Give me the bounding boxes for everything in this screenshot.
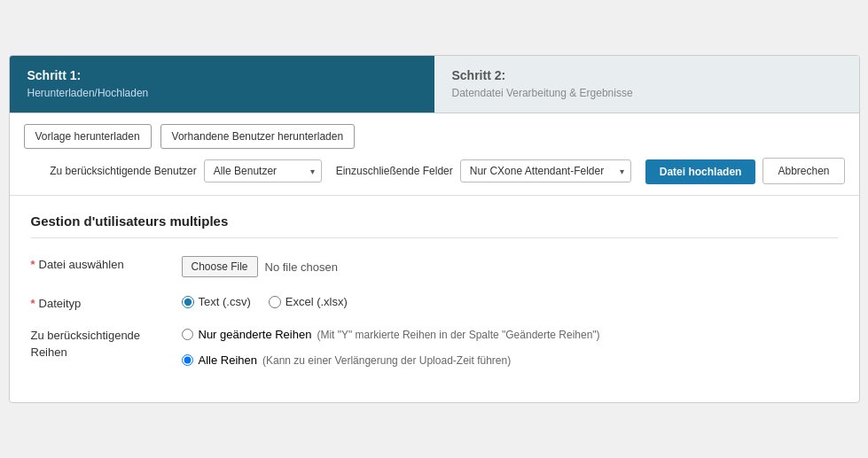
upload-button[interactable]: Datei hochladen <box>645 159 756 184</box>
users-field-group: Zu berücksichtigende Benutzer Alle Benut… <box>50 159 321 182</box>
type-control: Text (.csv) Excel (.xlsx) <box>182 295 838 308</box>
users-select[interactable]: Alle Benutzer Aktive Benutzer Inaktive B… <box>204 159 322 182</box>
step-1: Schritt 1: Herunterladen/Hochladen <box>10 56 434 113</box>
type-label-text: Dateityp <box>39 297 82 310</box>
choose-file-button[interactable]: Choose File <box>182 256 258 277</box>
step-1-title: Schritt 1: <box>27 68 417 82</box>
radio-all-rows[interactable]: Alle Reihen (Kann zu einer Verlängerung … <box>182 353 838 367</box>
users-select-wrapper: Alle Benutzer Aktive Benutzer Inaktive B… <box>204 159 322 182</box>
step-2: Schritt 2: Datendatei Verarbeitung & Erg… <box>434 56 859 113</box>
fields-field-group: Einzuschließende Felder Nur CXone Attend… <box>336 159 631 182</box>
action-buttons: Datei hochladen Abbrechen <box>645 158 845 184</box>
section-title: Gestion d'utilisateurs multiples <box>31 213 838 238</box>
radio-all-label: Alle Reihen <box>199 353 258 367</box>
step-1-subtitle: Herunterladen/Hochladen <box>27 86 417 101</box>
fields-select[interactable]: Nur CXone Attendant-Felder Alle Felder <box>460 159 631 182</box>
radio-all-input[interactable] <box>182 354 193 366</box>
main-container: Schritt 1: Herunterladen/Hochladen Schri… <box>9 55 860 404</box>
file-label-text: Datei auswählen <box>39 258 124 271</box>
file-required-star: * <box>31 258 35 271</box>
rows-label: Zu berücksichtigende Reihen <box>31 328 164 360</box>
no-file-text: No file chosen <box>265 260 338 274</box>
fields-field-label: Einzuschließende Felder <box>336 165 453 177</box>
radio-xlsx[interactable]: Excel (.xlsx) <box>269 295 348 308</box>
type-label: * Dateityp <box>31 295 164 310</box>
toolbar-right: Zu berücksichtigende Benutzer Alle Benut… <box>50 158 844 184</box>
rows-label-text: Zu berücksichtigende Reihen <box>31 328 164 360</box>
type-required-star: * <box>31 297 35 310</box>
radio-csv[interactable]: Text (.csv) <box>182 295 251 308</box>
radio-csv-label: Text (.csv) <box>199 295 251 308</box>
download-template-button[interactable]: Vorlage herunterladen <box>24 124 152 149</box>
type-row: * Dateityp Text (.csv) Excel (.xlsx) <box>31 295 838 310</box>
radio-xlsx-input[interactable] <box>269 296 281 308</box>
download-users-button[interactable]: Vorhandene Benutzer herunterladen <box>160 124 355 149</box>
radio-all-hint: (Kann zu einer Verlängerung der Upload-Z… <box>262 354 511 367</box>
cancel-button[interactable]: Abbrechen <box>762 158 844 184</box>
radio-changed-label: Nur geänderte Reihen <box>199 328 312 341</box>
users-field-label: Zu berücksichtigende Benutzer <box>50 165 196 177</box>
file-row: * Datei auswählen Choose File No file ch… <box>31 256 838 277</box>
radio-xlsx-label: Excel (.xlsx) <box>285 295 348 308</box>
main-content: Gestion d'utilisateurs multiples * Datei… <box>10 196 859 402</box>
fields-select-wrapper: Nur CXone Attendant-Felder Alle Felder ▾ <box>460 159 631 182</box>
file-control: Choose File No file chosen <box>182 256 838 277</box>
rows-control: Nur geänderte Reihen (Mit "Y" markierte … <box>182 328 838 367</box>
step-2-subtitle: Datendatei Verarbeitung & Ergebnisse <box>452 86 841 101</box>
file-label: * Datei auswählen <box>31 256 164 271</box>
radio-changed-rows[interactable]: Nur geänderte Reihen (Mit "Y" markierte … <box>182 328 838 341</box>
toolbar: Vorlage herunterladen Vorhandene Benutze… <box>10 113 859 196</box>
rows-row: Zu berücksichtigende Reihen Nur geändert… <box>31 328 838 367</box>
steps-header: Schritt 1: Herunterladen/Hochladen Schri… <box>10 56 859 114</box>
radio-csv-input[interactable] <box>182 296 194 308</box>
radio-changed-input[interactable] <box>182 329 193 340</box>
step-2-title: Schritt 2: <box>452 68 841 82</box>
radio-changed-hint: (Mit "Y" markierte Reihen in der Spalte … <box>317 329 599 341</box>
